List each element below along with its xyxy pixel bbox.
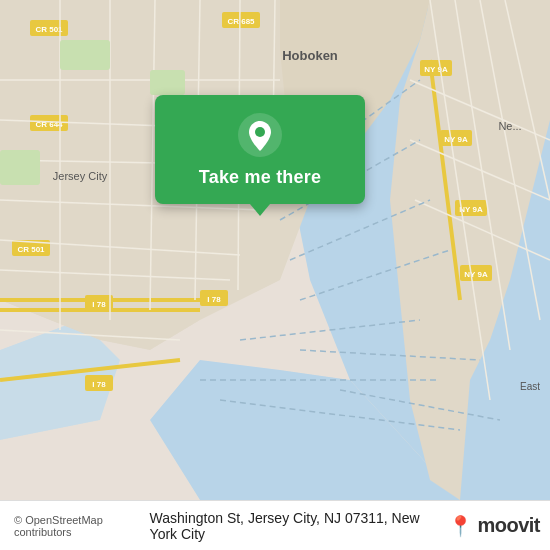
map-container: I 78 I 78 I 78 NY 9A NY 9A NY 9A NY 9A C…: [0, 0, 550, 500]
svg-rect-63: [150, 70, 185, 95]
address-text: Washington St, Jersey City, NJ 07311, Ne…: [150, 510, 449, 542]
location-pin-icon: [238, 113, 282, 157]
take-me-there-button[interactable]: Take me there: [199, 167, 321, 188]
svg-text:CR 501: CR 501: [35, 25, 63, 34]
osm-credit: © OpenStreetMap contributors: [14, 514, 150, 538]
svg-text:Jersey City: Jersey City: [53, 170, 108, 182]
svg-text:NY 9A: NY 9A: [464, 270, 488, 279]
svg-rect-62: [60, 40, 110, 70]
moovit-logo-text: moovit: [477, 514, 540, 537]
moovit-logo: 📍 moovit: [448, 514, 540, 538]
svg-text:Ne...: Ne...: [498, 120, 521, 132]
svg-text:NY 9A: NY 9A: [459, 205, 483, 214]
footer-left: © OpenStreetMap contributors: [14, 514, 150, 538]
svg-text:NY 9A: NY 9A: [424, 65, 448, 74]
svg-text:East: East: [520, 381, 540, 392]
svg-text:I 78: I 78: [207, 295, 221, 304]
svg-text:Hoboken: Hoboken: [282, 48, 338, 63]
moovit-pin-icon: 📍: [448, 514, 473, 538]
svg-point-71: [255, 127, 265, 137]
popup-card[interactable]: Take me there: [155, 95, 365, 204]
svg-text:CR 685: CR 685: [227, 17, 255, 26]
svg-text:I 78: I 78: [92, 380, 106, 389]
svg-rect-64: [0, 150, 40, 185]
map-background: I 78 I 78 I 78 NY 9A NY 9A NY 9A NY 9A C…: [0, 0, 550, 500]
footer-bar: © OpenStreetMap contributors Washington …: [0, 500, 550, 550]
svg-text:I 78: I 78: [92, 300, 106, 309]
svg-text:NY 9A: NY 9A: [444, 135, 468, 144]
svg-text:CR 501: CR 501: [17, 245, 45, 254]
